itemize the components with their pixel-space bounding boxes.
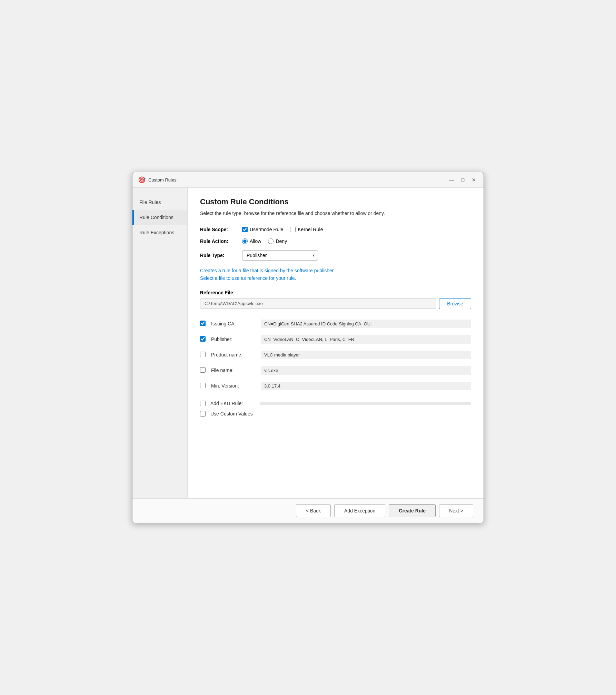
add-eku-label: Add EKU Rule: xyxy=(210,401,255,406)
close-button[interactable]: ✕ xyxy=(470,176,478,184)
publisher-value: CN=VideoLAN, O=VideoLAN, L=Paris, C=FR xyxy=(261,335,471,344)
reference-file-input[interactable] xyxy=(200,298,436,309)
condition-row-min-version: Min. Version: 3.0.17.4 xyxy=(200,378,471,394)
app-icon: 🎯 xyxy=(138,176,146,184)
product-name-value: VLC media player xyxy=(261,351,471,359)
extra-row-custom-values: Use Custom Values xyxy=(200,411,471,417)
file-name-value: vlc.exe xyxy=(261,366,471,375)
use-custom-label: Use Custom Values xyxy=(210,411,255,417)
file-name-label: File name: xyxy=(211,368,256,373)
sidebar-item-file-rules[interactable]: File Rules xyxy=(132,195,187,210)
window-controls: — □ ✕ xyxy=(448,176,478,184)
sidebar-label-file-rules: File Rules xyxy=(139,199,161,205)
window-title: Custom Rules xyxy=(148,177,177,183)
condition-row-publisher: Publisher: CN=VideoLAN, O=VideoLAN, L=Pa… xyxy=(200,332,471,347)
sidebar-item-rule-conditions[interactable]: Rule Conditions xyxy=(132,210,187,225)
page-title: Custom Rule Conditions xyxy=(200,197,471,206)
titlebar-left: 🎯 Custom Rules xyxy=(138,176,177,184)
extra-options: Add EKU Rule: Use Custom Values xyxy=(200,401,471,417)
info-text: Creates a rule for a file that is signed… xyxy=(200,267,471,282)
sidebar-label-rule-exceptions: Rule Exceptions xyxy=(139,230,174,235)
conditions-list: Issuing CA: CN=DigiCert SHA2 Assured ID … xyxy=(200,316,471,394)
usermode-rule-label: Usermode Rule xyxy=(250,227,283,232)
titlebar: 🎯 Custom Rules — □ ✕ xyxy=(132,172,484,188)
main-panel: Custom Rule Conditions Select the rule t… xyxy=(188,188,484,498)
allow-radio[interactable] xyxy=(242,238,248,244)
publisher-label: Publisher: xyxy=(211,336,256,342)
deny-label: Deny xyxy=(276,238,287,244)
reference-file-row: Browse xyxy=(200,298,471,309)
add-eku-value xyxy=(260,402,471,405)
content-area: File Rules Rule Conditions Rule Exceptio… xyxy=(132,188,484,498)
deny-radio[interactable] xyxy=(268,238,274,244)
reference-file-section: Reference File: Browse xyxy=(200,290,471,309)
main-window: 🎯 Custom Rules — □ ✕ File Rules Rule Con… xyxy=(132,172,484,523)
rule-action-label: Rule Action: xyxy=(200,238,238,244)
usermode-rule-checkbox-wrap[interactable]: Usermode Rule xyxy=(242,227,283,232)
file-name-check-wrap xyxy=(200,367,206,373)
create-rule-button[interactable]: Create Rule xyxy=(389,504,436,517)
min-version-check-wrap xyxy=(200,383,206,389)
back-button[interactable]: < Back xyxy=(296,504,331,517)
rule-scope-label: Rule Scope: xyxy=(200,227,238,232)
add-exception-button[interactable]: Add Exception xyxy=(334,504,385,517)
rule-scope-row: Rule Scope: Usermode Rule Kernel Rule xyxy=(200,227,471,232)
rule-action-controls: Allow Deny xyxy=(242,238,287,244)
browse-button[interactable]: Browse xyxy=(439,298,471,309)
deny-radio-wrap[interactable]: Deny xyxy=(268,238,287,244)
rule-type-select[interactable]: Publisher Hash Path xyxy=(242,250,318,261)
sidebar: File Rules Rule Conditions Rule Exceptio… xyxy=(132,188,188,498)
rule-type-label: Rule Type: xyxy=(200,253,238,258)
publisher-checkbox[interactable] xyxy=(200,336,206,342)
product-name-label: Product name: xyxy=(211,352,256,358)
issuing-ca-label: Issuing CA: xyxy=(211,321,256,326)
sidebar-label-rule-conditions: Rule Conditions xyxy=(139,215,173,220)
min-version-value: 3.0.17.4 xyxy=(261,382,471,390)
maximize-button[interactable]: □ xyxy=(459,176,467,184)
rule-scope-controls: Usermode Rule Kernel Rule xyxy=(242,227,323,232)
rule-type-select-wrap: Publisher Hash Path ▾ xyxy=(242,250,318,261)
product-name-checkbox[interactable] xyxy=(200,352,206,357)
rule-type-row: Rule Type: Publisher Hash Path ▾ xyxy=(200,250,471,261)
issuing-ca-checkbox[interactable] xyxy=(200,321,206,326)
allow-label: Allow xyxy=(250,238,261,244)
rule-action-row: Rule Action: Allow Deny xyxy=(200,238,471,244)
min-version-checkbox[interactable] xyxy=(200,383,206,388)
footer: < Back Add Exception Create Rule Next > xyxy=(132,498,484,523)
kernel-rule-checkbox[interactable] xyxy=(290,227,296,232)
use-custom-checkbox[interactable] xyxy=(200,411,206,417)
issuing-ca-value: CN=DigiCert SHA2 Assured ID Code Signing… xyxy=(261,320,471,328)
publisher-check-wrap xyxy=(200,336,206,342)
sidebar-item-rule-exceptions[interactable]: Rule Exceptions xyxy=(132,225,187,240)
kernel-rule-checkbox-wrap[interactable]: Kernel Rule xyxy=(290,227,323,232)
file-name-checkbox[interactable] xyxy=(200,367,206,373)
minimize-button[interactable]: — xyxy=(448,176,456,184)
extra-row-eku: Add EKU Rule: xyxy=(200,401,471,406)
kernel-rule-label: Kernel Rule xyxy=(298,227,323,232)
description-text: Select the rule type, browse for the ref… xyxy=(200,210,471,217)
min-version-label: Min. Version: xyxy=(211,383,256,389)
usermode-rule-checkbox[interactable] xyxy=(242,227,248,232)
allow-radio-wrap[interactable]: Allow xyxy=(242,238,261,244)
condition-row-issuing-ca: Issuing CA: CN=DigiCert SHA2 Assured ID … xyxy=(200,316,471,332)
condition-row-file-name: File name: vlc.exe xyxy=(200,363,471,378)
product-name-check-wrap xyxy=(200,352,206,358)
condition-row-product-name: Product name: VLC media player xyxy=(200,347,471,363)
next-button[interactable]: Next > xyxy=(439,504,473,517)
issuing-ca-check-wrap xyxy=(200,321,206,327)
add-eku-checkbox[interactable] xyxy=(200,401,206,406)
reference-file-label: Reference File: xyxy=(200,290,471,295)
